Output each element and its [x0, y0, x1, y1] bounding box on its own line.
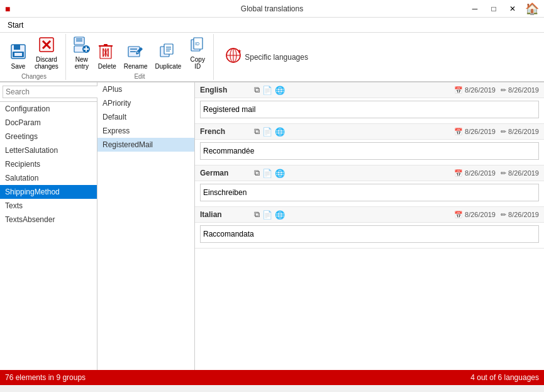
ribbon-group-changes: Save Discardchanges Changes: [3, 34, 66, 80]
lang-icons: ⧉ 📄 🌐: [254, 126, 285, 137]
svg-rect-1: [14, 45, 20, 50]
category-list: ConfigurationDocParamGreetingsLetterSalu…: [0, 102, 97, 370]
delete-button[interactable]: Delete: [95, 41, 119, 72]
lang-text-input-french[interactable]: [200, 142, 539, 160]
copy-id-label: CopyID: [191, 56, 205, 70]
search-input[interactable]: [3, 86, 103, 98]
title-bar: ■ Global translations ─ □ ✕ 🏠: [0, 0, 544, 18]
new-entry-label: Newentry: [75, 56, 89, 70]
category-item-docparam[interactable]: DocParam: [0, 116, 97, 130]
category-item-textsabsender[interactable]: TextsAbsender: [0, 213, 97, 227]
close-button[interactable]: ✕: [504, 2, 521, 16]
file-icon[interactable]: 📄: [262, 86, 272, 95]
sublist-item-express[interactable]: Express: [97, 124, 194, 138]
copy-icon[interactable]: ⧉: [254, 126, 260, 137]
category-item-configuration[interactable]: Configuration: [0, 102, 97, 116]
save-button[interactable]: Save: [6, 41, 30, 72]
edit-buttons: Newentry: [70, 34, 209, 72]
search-row: 🔍 ▼: [0, 82, 97, 102]
rename-button[interactable]: Rename: [121, 41, 151, 72]
lang-icons: ⧉ 📄 🌐: [254, 168, 285, 178]
status-left: 76 elements in 9 groups: [5, 373, 86, 382]
lang-name-french: French: [200, 127, 250, 136]
lang-dates: 📅 8/26/2019 ✏ 8/26/2019: [454, 169, 539, 177]
created-date: 📅 8/26/2019: [454, 86, 496, 94]
window-controls: ─ □ ✕ 🏠: [466, 2, 539, 16]
maximize-button[interactable]: □: [485, 2, 502, 16]
home-icon[interactable]: 🏠: [525, 2, 539, 16]
lang-section-italian: Italian ⧉ 📄 🌐 📅 8/26/2019 ✏ 8/26/2019: [195, 207, 544, 249]
category-item-salutation[interactable]: Salutation: [0, 171, 97, 185]
specific-languages-label: Specific languages: [245, 53, 308, 62]
minimize-button[interactable]: ─: [466, 2, 484, 16]
category-item-greetings[interactable]: Greetings: [0, 130, 97, 143]
globe-icon[interactable]: 🌐: [275, 210, 285, 220]
sublist-item-default[interactable]: Default: [97, 110, 194, 124]
lang-section-french: French ⧉ 📄 🌐 📅 8/26/2019 ✏ 8/26/2019: [195, 124, 544, 165]
category-item-shippingmethod[interactable]: ShippingMethod: [0, 185, 97, 199]
globe-icon[interactable]: 🌐: [275, 127, 285, 137]
menu-bar: Start: [0, 18, 544, 33]
modified-date: ✏ 8/26/2019: [501, 169, 539, 177]
changes-group-label: Changes: [6, 72, 62, 80]
translation-panel: English ⧉ 📄 🌐 📅 8/26/2019 ✏ 8/26/2019 Fr…: [195, 82, 544, 370]
file-icon[interactable]: 📄: [262, 127, 272, 137]
delete-label: Delete: [98, 63, 116, 70]
rename-label: Rename: [124, 63, 148, 70]
copy-id-icon: ID: [189, 36, 206, 56]
modified-date: ✏ 8/26/2019: [501, 128, 539, 136]
lang-icons: ⧉ 📄 🌐: [254, 85, 285, 95]
svg-rect-16: [104, 44, 108, 47]
new-entry-icon: [73, 36, 91, 56]
lang-header-french: French ⧉ 📄 🌐 📅 8/26/2019 ✏ 8/26/2019: [195, 124, 544, 140]
copy-id-button[interactable]: ID CopyID: [186, 34, 209, 72]
category-item-recipients[interactable]: Recipients: [0, 157, 97, 171]
save-label: Save: [11, 63, 26, 70]
lang-header-english: English ⧉ 📄 🌐 📅 8/26/2019 ✏ 8/26/2019: [195, 82, 544, 98]
lang-header-italian: Italian ⧉ 📄 🌐 📅 8/26/2019 ✏ 8/26/2019: [195, 207, 544, 223]
menu-start[interactable]: Start: [3, 20, 28, 31]
sublist-item-registeredmail[interactable]: RegisteredMail: [97, 138, 194, 152]
discard-changes-button[interactable]: Discardchanges: [31, 34, 62, 72]
lang-text-area-german: [195, 181, 544, 206]
copy-icon[interactable]: ⧉: [254, 210, 260, 220]
globe-icon[interactable]: 🌐: [275, 86, 285, 95]
sublist-item-aplus[interactable]: APlus: [97, 82, 194, 96]
lang-name-italian: Italian: [200, 210, 250, 219]
file-icon[interactable]: 📄: [262, 210, 272, 220]
duplicate-button[interactable]: Duplicate: [152, 41, 185, 72]
lang-dates: 📅 8/26/2019 ✏ 8/26/2019: [454, 128, 539, 136]
changes-buttons: Save Discardchanges: [6, 34, 62, 72]
new-entry-button[interactable]: Newentry: [70, 34, 94, 72]
rename-icon: [127, 43, 145, 63]
main-content: 🔍 ▼ ConfigurationDocParamGreetingsLetter…: [0, 82, 544, 370]
copy-icon[interactable]: ⧉: [254, 85, 260, 95]
created-date: 📅 8/26/2019: [454, 128, 496, 136]
svg-text:ID: ID: [195, 42, 199, 46]
discard-icon: [38, 36, 55, 56]
category-item-texts[interactable]: Texts: [0, 199, 97, 213]
duplicate-label: Duplicate: [155, 63, 182, 70]
specific-languages-icon: ★: [225, 47, 242, 68]
lang-header-german: German ⧉ 📄 🌐 📅 8/26/2019 ✏ 8/26/2019: [195, 165, 544, 181]
ribbon: Save Discardchanges Changes: [0, 33, 544, 82]
lang-text-area-italian: [195, 223, 544, 248]
sublist-item-apriority[interactable]: APriority: [97, 96, 194, 110]
lang-text-input-italian[interactable]: [200, 225, 539, 243]
lang-text-input-english[interactable]: [200, 101, 539, 118]
duplicate-icon: [159, 43, 177, 63]
lang-text-input-german[interactable]: [200, 184, 539, 201]
category-item-lettersalutation[interactable]: LetterSalutation: [0, 143, 97, 157]
edit-group-label: Edit: [70, 72, 209, 80]
globe-icon[interactable]: 🌐: [275, 169, 285, 178]
status-right: 4 out of 6 languages: [470, 373, 539, 382]
specific-languages-button[interactable]: ★ Specific languages: [219, 43, 314, 71]
lang-section-german: German ⧉ 📄 🌐 📅 8/26/2019 ✏ 8/26/2019: [195, 165, 544, 207]
modified-date: ✏ 8/26/2019: [501, 211, 539, 219]
file-icon[interactable]: 📄: [262, 169, 272, 178]
window-title: Global translations: [241, 4, 303, 13]
copy-icon[interactable]: ⧉: [254, 168, 260, 178]
created-date: 📅 8/26/2019: [454, 211, 496, 219]
modified-date: ✏ 8/26/2019: [501, 86, 539, 94]
ribbon-group-edit: Newentry: [66, 34, 214, 80]
